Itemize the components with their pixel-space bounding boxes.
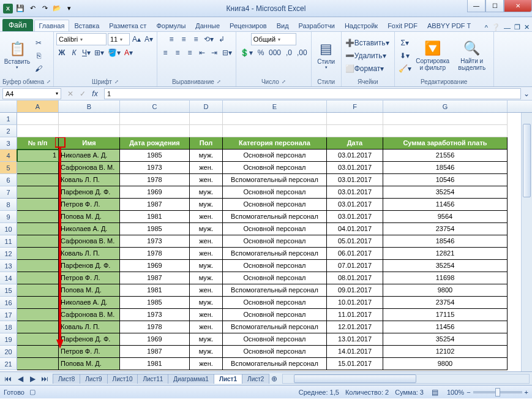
font-color-icon[interactable]: A▾ (123, 47, 134, 59)
cell[interactable]: 07.01.2017 (327, 260, 383, 272)
formula-bar[interactable]: 1 (104, 88, 521, 99)
cell[interactable] (383, 113, 508, 125)
cell[interactable]: Сафронова В. М. (59, 235, 120, 248)
select-all-corner[interactable] (0, 101, 17, 112)
new-icon[interactable]: ▾ (64, 3, 75, 14)
cell[interactable]: 35254 (383, 260, 508, 272)
cell[interactable]: 1985 (120, 223, 190, 235)
border-icon[interactable]: ⊞▾ (93, 47, 105, 59)
close-button[interactable]: ✕ (504, 0, 532, 12)
cell[interactable] (17, 235, 59, 248)
cell[interactable] (17, 125, 59, 137)
underline-icon[interactable]: Ч▾ (81, 47, 92, 59)
mdi-min-icon[interactable]: — (504, 24, 511, 31)
open-icon[interactable]: 📂 (51, 3, 62, 14)
fx-icon[interactable]: fx (89, 88, 100, 100)
file-tab[interactable]: Файл (2, 19, 33, 31)
cell[interactable]: 14.01.2017 (327, 346, 383, 358)
row-header[interactable]: 16 (0, 297, 17, 309)
cell[interactable] (17, 211, 59, 223)
maximize-button[interactable]: ☐ (485, 0, 504, 12)
cell[interactable]: 03.01.2017 (327, 174, 383, 186)
tab-home[interactable]: Главная (34, 20, 70, 31)
row-header[interactable]: 10 (0, 223, 17, 235)
cell[interactable]: муж. (190, 260, 223, 272)
cut-icon[interactable]: ✂ (33, 37, 44, 49)
sheet-tab[interactable]: Лист10 (107, 374, 138, 384)
number-format-combo[interactable]: Общий▾ (251, 33, 296, 45)
cell[interactable] (190, 113, 223, 125)
row-header[interactable]: 7 (0, 186, 17, 199)
cell[interactable]: Вспомогательный персонал (223, 248, 327, 260)
cell[interactable]: 9564 (383, 211, 508, 223)
dialog-launcher-icon[interactable]: ⤢ (114, 79, 119, 85)
col-header-C[interactable]: C (120, 101, 190, 112)
cell[interactable] (223, 113, 327, 125)
cell[interactable]: 23754 (383, 223, 508, 235)
row-header[interactable]: 19 (0, 333, 17, 346)
paste-button[interactable]: 📋Вставить▾ (2, 36, 32, 76)
cell[interactable] (327, 113, 383, 125)
cell[interactable] (59, 113, 120, 125)
cell[interactable]: жен. (190, 284, 223, 297)
col-header-D[interactable]: D (190, 101, 223, 112)
cell[interactable] (17, 321, 59, 333)
font-name-combo[interactable]: Calibri▾ (56, 33, 107, 45)
cell[interactable]: Коваль Л. П. (59, 248, 120, 260)
zoom-in-icon[interactable]: + (525, 389, 528, 396)
sheet-tab[interactable]: Лист9 (80, 374, 107, 384)
cell[interactable]: Парфенов Д. Ф. (59, 186, 120, 199)
grow-font-icon[interactable]: A▴ (131, 33, 142, 45)
cell[interactable]: 1969 (120, 333, 190, 346)
cell[interactable]: Основной персонал (223, 346, 327, 358)
name-box[interactable]: A4▾ (2, 88, 61, 99)
cell[interactable]: 1969 (120, 186, 190, 199)
cell[interactable]: 13.01.2017 (327, 333, 383, 346)
dialog-launcher-icon[interactable]: ⤢ (217, 79, 221, 85)
cell[interactable]: Вспомогательный персонал (223, 211, 327, 223)
sheet-tab[interactable]: Лист1 (214, 374, 242, 384)
row-header[interactable]: 21 (0, 358, 17, 370)
cell[interactable]: 1985 (120, 150, 190, 162)
copy-icon[interactable]: ⎘ (33, 50, 44, 62)
cell[interactable]: Основной персонал (223, 162, 327, 174)
align-middle-icon[interactable]: ≡ (178, 33, 189, 45)
expand-formula-icon[interactable]: ⌄ (521, 88, 532, 100)
cell[interactable]: 15.01.2017 (327, 358, 383, 370)
col-header-E[interactable]: E (223, 101, 327, 112)
cell[interactable]: 1985 (120, 297, 190, 309)
col-header-F[interactable]: F (327, 101, 383, 112)
cell[interactable] (120, 113, 190, 125)
cell[interactable]: Категория персонала (223, 137, 327, 150)
format-cells-button[interactable]: ⬜ Формат ▾ (344, 63, 392, 75)
horizontal-scrollbar[interactable] (282, 374, 530, 384)
bold-icon[interactable]: Ж (56, 47, 67, 59)
tab-formulas[interactable]: Формулы (151, 20, 190, 31)
minimize-button[interactable]: — (467, 0, 485, 12)
tab-view[interactable]: Вид (272, 20, 294, 31)
cell[interactable]: Основной персонал (223, 199, 327, 211)
cell[interactable]: 1973 (120, 235, 190, 248)
tab-foxit[interactable]: Foxit PDF (383, 20, 422, 31)
cell[interactable]: муж. (190, 346, 223, 358)
cell[interactable]: Сафронова В. М. (59, 162, 120, 174)
save-icon[interactable]: 💾 (15, 3, 26, 14)
cell[interactable]: 03.01.2017 (327, 162, 383, 174)
cell[interactable]: 1978 (120, 174, 190, 186)
cell[interactable] (17, 223, 59, 235)
row-header[interactable]: 1 (0, 113, 17, 125)
cell[interactable]: 1 (17, 150, 59, 162)
cell[interactable] (17, 174, 59, 186)
cell[interactable] (17, 272, 59, 284)
cell[interactable]: 11698 (383, 272, 508, 284)
cell[interactable]: 1981 (120, 211, 190, 223)
cell[interactable] (17, 260, 59, 272)
row-header[interactable]: 6 (0, 174, 17, 186)
cell[interactable]: 1969 (120, 260, 190, 272)
next-sheet-icon[interactable]: ▶ (27, 373, 38, 385)
align-right-icon[interactable]: ≡ (184, 47, 195, 59)
cell[interactable]: 06.01.2017 (327, 248, 383, 260)
tab-addins[interactable]: Надстройк (340, 20, 383, 31)
cell[interactable]: Основной персонал (223, 309, 327, 321)
italic-icon[interactable]: К (69, 47, 80, 59)
